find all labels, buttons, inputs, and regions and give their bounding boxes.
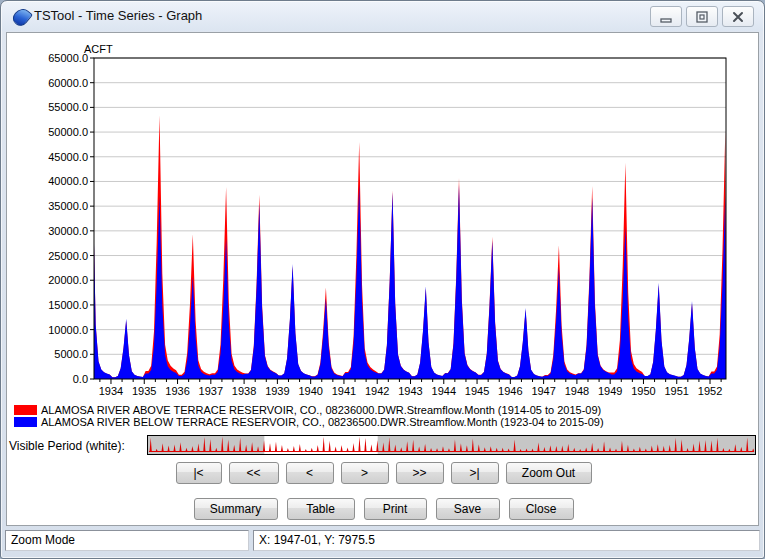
status-mode-field: Zoom Mode	[5, 530, 249, 551]
window-title: TSTool - Time Series - Graph	[34, 8, 202, 23]
print-button[interactable]: Print	[364, 498, 427, 520]
close-action-button[interactable]: Close	[509, 498, 574, 520]
close-button[interactable]	[722, 6, 754, 27]
maximize-button[interactable]	[686, 6, 718, 27]
svg-text:1946: 1946	[498, 385, 522, 397]
svg-text:5000.0: 5000.0	[54, 348, 88, 360]
svg-text:1940: 1940	[298, 385, 322, 397]
red-series-swatch	[14, 405, 37, 415]
navigation-button-row: |< << < > >> >| Zoom Out	[1, 462, 765, 484]
legend-item-below: ALAMOSA RIVER BELOW TERRACE RESERVOIR, C…	[14, 416, 604, 427]
zoom-out-button[interactable]: Zoom Out	[506, 462, 592, 484]
svg-text:20000.0: 20000.0	[48, 274, 88, 286]
svg-text:40000.0: 40000.0	[48, 175, 88, 187]
legend-item-above: ALAMOSA RIVER ABOVE TERRACE RESERVOIR, C…	[14, 404, 604, 415]
svg-text:55000.0: 55000.0	[48, 101, 88, 113]
page-left-button[interactable]: <<	[229, 462, 279, 484]
svg-text:1941: 1941	[332, 385, 356, 397]
table-button[interactable]: Table	[287, 498, 355, 520]
status-coordinates-field: X: 1947-01, Y: 7975.5	[253, 530, 760, 551]
summary-button[interactable]: Summary	[194, 498, 278, 520]
svg-text:1950: 1950	[631, 385, 655, 397]
svg-text:1935: 1935	[132, 385, 156, 397]
blue-series-swatch	[14, 417, 37, 427]
svg-text:1942: 1942	[365, 385, 389, 397]
svg-text:0.0: 0.0	[73, 373, 88, 385]
svg-text:15000.0: 15000.0	[48, 299, 88, 311]
legend-label-above: ALAMOSA RIVER ABOVE TERRACE RESERVOIR, C…	[41, 404, 601, 416]
svg-text:45000.0: 45000.0	[48, 151, 88, 163]
step-left-button[interactable]: <	[286, 462, 334, 484]
status-bar: Zoom Mode X: 1947-01, Y: 7975.5	[1, 525, 764, 559]
legend-label-below: ALAMOSA RIVER BELOW TERRACE RESERVOIR, C…	[41, 416, 604, 428]
svg-text:1938: 1938	[232, 385, 256, 397]
svg-text:1945: 1945	[465, 385, 489, 397]
svg-text:10000.0: 10000.0	[48, 324, 88, 336]
svg-text:60000.0: 60000.0	[48, 77, 88, 89]
svg-text:1947: 1947	[531, 385, 555, 397]
svg-text:50000.0: 50000.0	[48, 126, 88, 138]
svg-text:1948: 1948	[565, 385, 589, 397]
svg-text:30000.0: 30000.0	[48, 225, 88, 237]
svg-text:65000.0: 65000.0	[48, 52, 88, 64]
svg-text:1936: 1936	[165, 385, 189, 397]
svg-text:1937: 1937	[199, 385, 223, 397]
svg-text:35000.0: 35000.0	[48, 200, 88, 212]
action-button-row: Summary Table Print Save Close	[1, 498, 765, 520]
go-to-start-button[interactable]: |<	[176, 462, 222, 484]
save-button[interactable]: Save	[436, 498, 500, 520]
minimize-icon	[658, 10, 674, 24]
go-to-end-button[interactable]: >|	[451, 462, 499, 484]
minimize-button[interactable]	[650, 6, 682, 27]
title-bar[interactable]: TSTool - Time Series - Graph	[1, 1, 764, 31]
step-right-button[interactable]: >	[341, 462, 389, 484]
svg-text:25000.0: 25000.0	[48, 250, 88, 262]
svg-text:1949: 1949	[598, 385, 622, 397]
svg-text:1939: 1939	[265, 385, 289, 397]
svg-text:1944: 1944	[432, 385, 456, 397]
page-right-button[interactable]: >>	[396, 462, 444, 484]
time-series-chart[interactable]: 0.05000.010000.015000.020000.025000.0300…	[1, 34, 765, 402]
svg-text:1952: 1952	[698, 385, 722, 397]
tstool-water-drop-icon	[10, 5, 33, 28]
svg-text:1934: 1934	[99, 385, 123, 397]
close-icon	[730, 10, 746, 24]
tstool-graph-window: TSTool - Time Series - Graph 0.05000.010	[0, 0, 765, 559]
svg-text:ACFT: ACFT	[84, 43, 113, 55]
svg-text:1943: 1943	[398, 385, 422, 397]
visible-period-label: Visible Period (white):	[9, 439, 125, 453]
maximize-icon	[694, 10, 710, 24]
visible-period-strip[interactable]	[147, 435, 757, 456]
svg-text:1951: 1951	[665, 385, 689, 397]
chart-legend: ALAMOSA RIVER ABOVE TERRACE RESERVOIR, C…	[14, 404, 604, 428]
